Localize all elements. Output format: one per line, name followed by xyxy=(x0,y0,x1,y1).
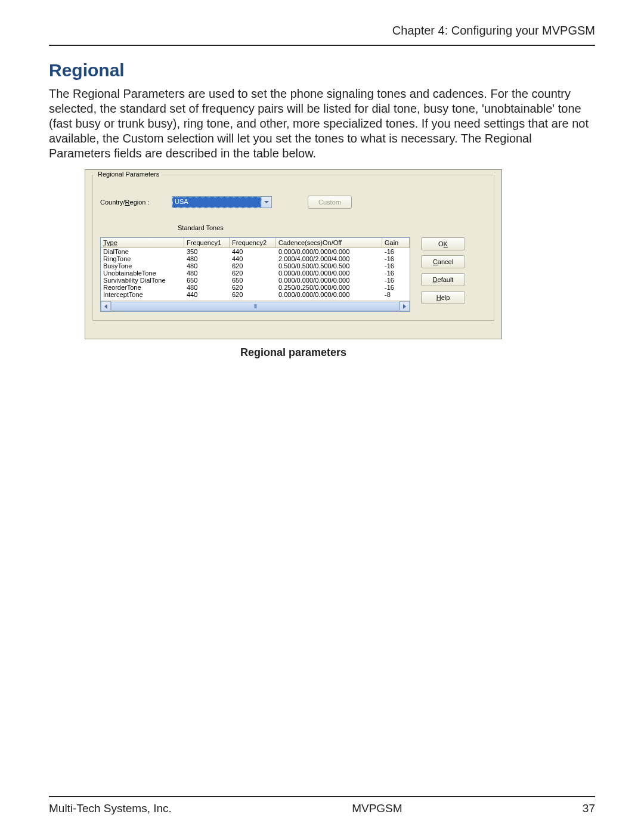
cell-type: RingTone xyxy=(101,255,184,262)
col-gain[interactable]: Gain xyxy=(382,238,410,247)
table-row[interactable]: Survivability DialTone6506500.000/0.000/… xyxy=(101,277,410,284)
btn-mnemonic: H xyxy=(436,294,441,301)
chapter-header: Chapter 4: Configuring your MVPGSM xyxy=(49,24,595,41)
cell-gain: -8 xyxy=(382,291,410,298)
label-text: Country/ xyxy=(100,199,125,206)
cell-frequency2: 620 xyxy=(230,284,276,291)
table-row[interactable]: ReorderTone4806200.250/0.250/0.000/0.000… xyxy=(101,284,410,291)
cell-frequency1: 650 xyxy=(184,277,230,284)
cancel-button[interactable]: Cancel xyxy=(421,255,465,268)
help-button[interactable]: Help xyxy=(421,291,465,304)
footer-product: MVPGSM xyxy=(352,802,402,815)
cell-type: Survivability DialTone xyxy=(101,277,184,284)
cell-gain: -16 xyxy=(382,248,410,255)
section-paragraph: The Regional Parameters are used to set … xyxy=(49,86,595,161)
col-frequency1[interactable]: Frequency1 xyxy=(184,238,230,247)
cell-gain: -16 xyxy=(382,284,410,291)
cell-frequency2: 440 xyxy=(230,248,276,255)
cell-frequency1: 350 xyxy=(184,248,230,255)
listview-body: DialTone3504400.000/0.000/0.000/0.000-16… xyxy=(101,248,410,301)
cell-cadence: 0.000/0.000/0.000/0.000 xyxy=(276,277,382,284)
figure-caption: Regional parameters xyxy=(49,346,538,359)
footer-company: Multi-Tech Systems, Inc. xyxy=(49,802,172,815)
btn-mnemonic: D xyxy=(433,276,438,283)
groupbox-legend: Regional Parameters xyxy=(95,171,162,178)
cell-frequency2: 650 xyxy=(230,277,276,284)
scrollbar-thumb[interactable] xyxy=(111,302,400,311)
cell-frequency1: 480 xyxy=(184,270,230,277)
header-rule xyxy=(49,45,595,46)
regional-parameters-panel: Regional Parameters Country/Region : USA… xyxy=(85,169,502,339)
cell-frequency1: 440 xyxy=(184,291,230,298)
btn-mnemonic: K xyxy=(444,240,448,247)
scrollbar-track[interactable] xyxy=(111,301,400,311)
country-label: Country/Region : xyxy=(100,199,166,206)
chevron-down-icon[interactable] xyxy=(261,197,271,208)
scroll-left-icon[interactable] xyxy=(101,301,111,311)
regional-parameters-groupbox: Regional Parameters Country/Region : USA… xyxy=(92,175,494,321)
cell-type: UnobtainableTone xyxy=(101,270,184,277)
label-text: egion : xyxy=(130,199,150,206)
cell-frequency2: 620 xyxy=(230,262,276,270)
cell-gain: -16 xyxy=(382,262,410,270)
cell-cadence: 0.500/0.500/0.500/0.500 xyxy=(276,262,382,270)
cell-frequency2: 620 xyxy=(230,270,276,277)
cell-cadence: 0.000/0.000/0.000/0.000 xyxy=(276,291,382,298)
col-frequency2[interactable]: Frequency2 xyxy=(230,238,276,247)
button-column: OK Cancel Default Help xyxy=(421,237,465,304)
btn-text: elp xyxy=(441,294,450,301)
cell-gain: -16 xyxy=(382,270,410,277)
cell-type: DialTone xyxy=(101,248,184,255)
country-row: Country/Region : USA Custom xyxy=(100,196,487,209)
btn-mnemonic: C xyxy=(433,258,438,265)
table-row[interactable]: InterceptTone4406200.000/0.000/0.000/0.0… xyxy=(101,291,410,298)
col-cadence[interactable]: Cadence(secs)On/Off xyxy=(276,238,382,247)
btn-text: ancel xyxy=(438,258,453,265)
listview-header: Type Frequency1 Frequency2 Cadence(secs)… xyxy=(101,238,410,248)
default-button[interactable]: Default xyxy=(421,273,465,286)
cell-frequency1: 480 xyxy=(184,262,230,270)
footer-page-number: 37 xyxy=(583,802,595,815)
cell-type: BusyTone xyxy=(101,262,184,270)
btn-text: efault xyxy=(438,276,454,283)
cell-frequency2: 440 xyxy=(230,255,276,262)
scroll-right-icon[interactable] xyxy=(400,301,410,311)
cell-cadence: 0.000/0.000/0.000/0.000 xyxy=(276,248,382,255)
cell-type: ReorderTone xyxy=(101,284,184,291)
cell-type: InterceptTone xyxy=(101,291,184,298)
cell-gain: -16 xyxy=(382,277,410,284)
cell-gain: -16 xyxy=(382,255,410,262)
page-footer: Multi-Tech Systems, Inc. MVPGSM 37 xyxy=(49,796,595,815)
ok-button[interactable]: OK xyxy=(421,237,465,250)
standard-tones-label: Standard Tones xyxy=(178,224,487,231)
cell-cadence: 0.000/0.000/0.000/0.000 xyxy=(276,270,382,277)
cell-frequency1: 480 xyxy=(184,255,230,262)
col-type[interactable]: Type xyxy=(101,238,184,247)
label-mnemonic: R xyxy=(125,199,130,206)
horizontal-scrollbar[interactable] xyxy=(101,301,410,311)
custom-button: Custom xyxy=(308,196,352,209)
table-row[interactable]: DialTone3504400.000/0.000/0.000/0.000-16 xyxy=(101,248,410,255)
tones-listview[interactable]: Type Frequency1 Frequency2 Cadence(secs)… xyxy=(100,237,410,312)
cell-cadence: 0.250/0.250/0.000/0.000 xyxy=(276,284,382,291)
country-region-combobox[interactable]: USA xyxy=(172,196,272,208)
btn-text: O xyxy=(438,240,444,247)
cell-frequency2: 620 xyxy=(230,291,276,298)
country-region-value: USA xyxy=(172,197,261,208)
cell-cadence: 2.000/4.000/2.000/4.000 xyxy=(276,255,382,262)
table-row[interactable]: BusyTone4806200.500/0.500/0.500/0.500-16 xyxy=(101,262,410,270)
table-row[interactable]: RingTone4804402.000/4.000/2.000/4.000-16 xyxy=(101,255,410,262)
cell-frequency1: 480 xyxy=(184,284,230,291)
table-row[interactable]: UnobtainableTone4806200.000/0.000/0.000/… xyxy=(101,270,410,277)
section-title: Regional xyxy=(49,60,595,80)
